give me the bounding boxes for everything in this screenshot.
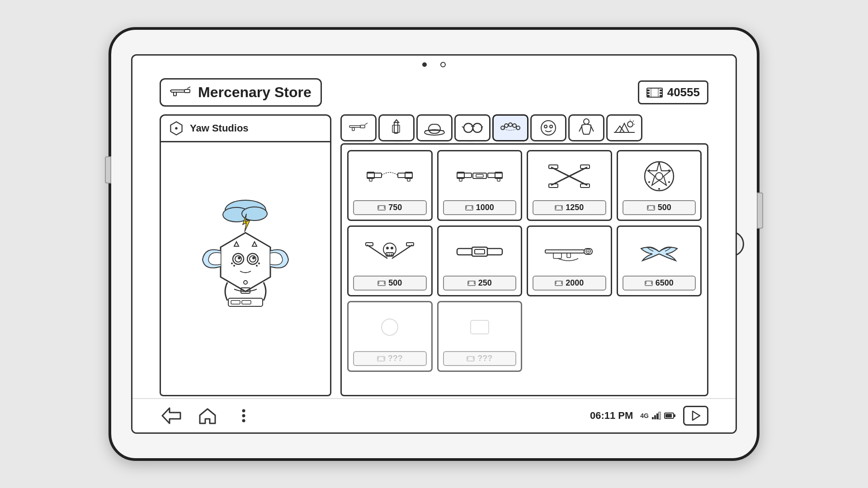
svg-point-54	[473, 123, 482, 132]
right-panel: 750	[340, 114, 708, 396]
item-price-5: 500	[353, 276, 427, 291]
svg-point-63	[541, 121, 556, 135]
nav-dots	[422, 62, 446, 67]
svg-rect-44	[360, 125, 365, 128]
svg-line-68	[591, 126, 594, 131]
item-card-5[interactable]: 500	[347, 225, 433, 296]
left-panel: Yaw Studios	[160, 114, 331, 396]
item-price-value-4: 500	[658, 203, 671, 212]
item-price-6: 250	[443, 276, 517, 291]
tab-ammo[interactable]	[378, 114, 415, 141]
main-content: Yaw Studios	[160, 114, 708, 396]
item-price-value-10: ???	[477, 354, 492, 363]
svg-rect-154	[553, 253, 561, 258]
status-time: 06:11 PM	[590, 410, 633, 422]
svg-rect-185	[656, 413, 658, 419]
play-button[interactable]	[683, 406, 708, 426]
store-icon	[170, 84, 192, 100]
tab-background[interactable]	[606, 114, 642, 141]
tab-necklace[interactable]	[492, 114, 528, 141]
svg-rect-38	[228, 298, 263, 306]
tab-weapons[interactable]	[340, 114, 377, 141]
svg-rect-140	[384, 283, 385, 284]
svg-rect-137	[378, 282, 379, 282]
item-price-3: 1250	[533, 200, 606, 215]
item-card-7[interactable]: 2000	[527, 225, 612, 296]
svg-marker-178	[162, 408, 180, 423]
svg-rect-49	[392, 125, 400, 132]
item-price-value-5: 500	[388, 278, 402, 288]
svg-point-37	[256, 265, 258, 267]
svg-rect-14	[660, 89, 662, 91]
more-button[interactable]	[232, 404, 255, 427]
seller-hex-icon	[168, 120, 184, 136]
home-button[interactable]	[196, 404, 219, 427]
svg-point-31	[252, 257, 255, 259]
svg-rect-162	[645, 282, 646, 282]
svg-rect-97	[466, 207, 467, 208]
side-button-left[interactable]	[105, 156, 111, 183]
signal-label: 4G	[640, 412, 649, 419]
svg-point-66	[584, 119, 589, 124]
tab-face[interactable]	[530, 114, 566, 141]
svg-marker-48	[394, 120, 399, 122]
svg-rect-107	[555, 206, 557, 207]
nav-dot-2[interactable]	[440, 62, 446, 67]
nav-dot-1[interactable]	[422, 62, 427, 67]
svg-point-180	[242, 409, 245, 413]
svg-rect-160	[561, 283, 562, 284]
item-icon-10	[443, 307, 517, 347]
svg-rect-98	[472, 206, 473, 207]
svg-point-35	[233, 265, 235, 267]
svg-rect-175	[467, 358, 468, 359]
svg-rect-43	[349, 126, 360, 127]
item-price-9: ???	[353, 351, 427, 366]
item-card-6[interactable]: 250	[437, 225, 523, 296]
tab-glasses[interactable]	[454, 114, 491, 141]
svg-point-131	[386, 247, 389, 249]
item-card-3[interactable]: 1250	[527, 150, 612, 221]
svg-rect-11	[647, 89, 650, 91]
nav-left	[160, 404, 255, 427]
back-button[interactable]	[160, 404, 183, 427]
svg-marker-112	[648, 162, 670, 185]
item-card-9[interactable]: ???	[347, 301, 433, 372]
item-price-10: ???	[443, 351, 517, 366]
svg-rect-16	[660, 95, 662, 97]
svg-point-117	[658, 188, 660, 190]
svg-rect-12	[647, 92, 650, 94]
svg-rect-108	[555, 207, 557, 208]
store-title-box: Mercenary Store	[160, 78, 322, 107]
item-price-7: 2000	[533, 276, 606, 291]
svg-point-64	[544, 125, 547, 128]
svg-point-20	[175, 127, 177, 129]
currency-box: 40555	[638, 80, 708, 104]
svg-rect-13	[647, 95, 650, 97]
item-price-4: 500	[623, 200, 696, 215]
item-card-4[interactable]: 500	[617, 150, 702, 221]
svg-point-59	[505, 124, 508, 127]
svg-rect-121	[647, 206, 649, 207]
item-card-2[interactable]: 1000	[437, 150, 523, 221]
tab-hat[interactable]	[416, 114, 453, 141]
svg-rect-149	[545, 250, 584, 253]
svg-point-116	[668, 181, 670, 183]
side-button-right[interactable]	[757, 192, 763, 229]
item-price-value-3: 1250	[566, 203, 584, 212]
tab-body[interactable]	[568, 114, 604, 141]
svg-rect-6	[184, 89, 190, 93]
header: Mercenary Store 40555	[132, 78, 736, 107]
item-price-2: 1000	[443, 200, 517, 215]
svg-line-74	[633, 121, 634, 122]
item-card-10[interactable]: ???	[437, 301, 523, 372]
svg-point-181	[242, 414, 245, 418]
svg-rect-15	[660, 92, 662, 94]
item-icon-5	[353, 231, 427, 272]
svg-rect-174	[467, 357, 468, 358]
svg-rect-147	[474, 282, 475, 282]
svg-rect-47	[394, 122, 398, 133]
tablet-frame: Mercenary Store 40555	[108, 27, 760, 461]
item-card-1[interactable]: 750	[347, 150, 433, 221]
item-card-8[interactable]: 6500	[617, 225, 702, 296]
svg-marker-190	[693, 411, 700, 420]
